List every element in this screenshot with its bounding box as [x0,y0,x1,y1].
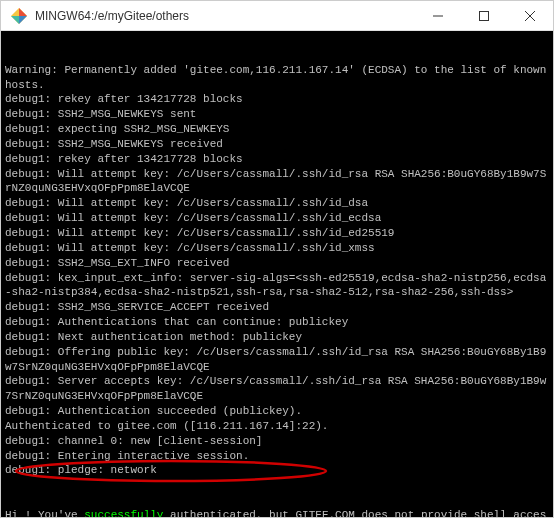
terminal-line: debug1: expecting SSH2_MSG_NEWKEYS [5,122,549,137]
success-mid1: ! You've [25,509,84,517]
window-controls [415,1,553,31]
terminal-line: debug1: rekey after 134217728 blocks [5,92,549,107]
terminal-line: debug1: Will attempt key: /c/Users/cassm… [5,226,549,241]
success-word: successfully [84,509,163,517]
terminal-line: debug1: Will attempt key: /c/Users/cassm… [5,241,549,256]
svg-marker-1 [19,8,27,16]
titlebar: MINGW64:/e/myGitee/others [1,1,553,31]
terminal-line: debug1: Entering interactive session. [5,449,549,464]
svg-marker-2 [19,16,27,24]
success-prefix: Hi [5,509,25,517]
terminal-line: debug1: Server accepts key: /c/Users/cas… [5,374,549,404]
terminal-line: debug1: kex_input_ext_info: server-sig-a… [5,271,549,301]
terminal-body[interactable]: Warning: Permanently added 'gitee.com,11… [1,31,553,517]
terminal-line: debug1: Authentication succeeded (public… [5,404,549,419]
close-button[interactable] [507,1,553,31]
terminal-line: debug1: SSH2_MSG_EXT_INFO received [5,256,549,271]
terminal-window: MINGW64:/e/myGitee/others Warning: Perma… [0,0,554,518]
svg-rect-5 [480,11,489,20]
success-mid2: authenticated, [163,509,269,517]
maximize-button[interactable] [461,1,507,31]
terminal-line: debug1: SSH2_MSG_NEWKEYS received [5,137,549,152]
terminal-line: debug1: SSH2_MSG_NEWKEYS sent [5,107,549,122]
terminal-line: debug1: Will attempt key: /c/Users/cassm… [5,211,549,226]
terminal-line: debug1: SSH2_MSG_SERVICE_ACCEPT received [5,300,549,315]
terminal-line: debug1: Will attempt key: /c/Users/cassm… [5,196,549,211]
terminal-line: Authenticated to gitee.com ([116.211.167… [5,419,549,434]
title-left: MINGW64:/e/myGitee/others [11,8,189,24]
svg-marker-3 [11,16,19,24]
terminal-line: debug1: rekey after 134217728 blocks [5,152,549,167]
app-icon [11,8,27,24]
terminal-line: debug1: channel 0: new [client-session] [5,434,549,449]
terminal-line: debug1: Will attempt key: /c/Users/cassm… [5,167,549,197]
terminal-line: debug1: Offering public key: /c/Users/ca… [5,345,549,375]
window-title: MINGW64:/e/myGitee/others [35,9,189,23]
terminal-output: Warning: Permanently added 'gitee.com,11… [5,63,549,479]
success-line: Hi ! You've successfully authenticated, … [5,508,549,517]
minimize-button[interactable] [415,1,461,31]
terminal-line: debug1: pledge: network [5,463,549,478]
terminal-line: debug1: Authentications that can continu… [5,315,549,330]
terminal-line: Warning: Permanently added 'gitee.com,11… [5,63,549,93]
terminal-line: debug1: Next authentication method: publ… [5,330,549,345]
